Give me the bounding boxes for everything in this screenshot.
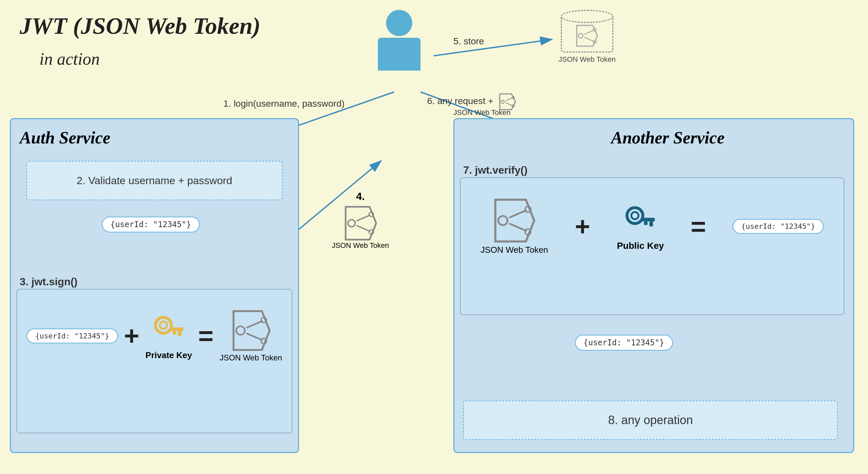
jwt-sign-box: {userId: "12345"} + Private Key = <box>17 289 292 433</box>
svg-rect-24 <box>169 327 183 331</box>
svg-line-19 <box>585 37 594 41</box>
jwt-tag-icon-1 <box>231 309 271 352</box>
step1-label: 1. login(username, password) <box>223 99 345 109</box>
svg-line-6 <box>434 39 552 56</box>
svg-line-29 <box>246 321 262 328</box>
main-subtitle: in action <box>39 49 99 69</box>
step4-jwt-label: JSON Web Token <box>332 241 389 250</box>
svg-rect-26 <box>173 331 176 335</box>
svg-point-17 <box>578 33 583 38</box>
user-id-oval-3: {userId: "12345"} <box>733 219 824 234</box>
svg-rect-47 <box>641 217 655 221</box>
public-key-label: Public Key <box>617 241 664 251</box>
jwt-verify-tag-icon <box>493 198 535 244</box>
auth-service-title: Auth Service <box>20 128 111 147</box>
svg-point-23 <box>160 321 167 329</box>
svg-line-41 <box>509 210 527 217</box>
svg-line-35 <box>356 215 370 221</box>
private-key-icon <box>151 311 187 348</box>
step4-label: 4. <box>356 191 365 203</box>
public-key-icon <box>622 202 658 238</box>
user-id-oval-2: {userId: "12345"} <box>27 329 118 343</box>
user-body <box>378 38 421 71</box>
database: JSON Web Token <box>559 10 616 64</box>
user-head <box>386 10 412 36</box>
svg-rect-48 <box>650 221 653 226</box>
svg-point-46 <box>631 212 639 219</box>
svg-point-22 <box>155 317 171 333</box>
svg-line-18 <box>585 30 594 34</box>
db-label: JSON Web Token <box>559 55 616 64</box>
cylinder-top <box>561 10 613 23</box>
private-key-label: Private Key <box>146 350 192 361</box>
jwt-verify-token-label: JSON Web Token <box>480 245 548 255</box>
svg-point-45 <box>627 207 643 223</box>
another-service-title: Another Service <box>611 128 724 147</box>
jwt-verify-box: JSON Web Token + Public Key = {userId: "… <box>460 177 844 315</box>
svg-rect-49 <box>644 221 648 225</box>
plus-sign-2: + <box>575 211 590 242</box>
equals-sign-2: = <box>690 211 706 242</box>
user-id-oval-1: {userId: "12345"} <box>102 217 200 232</box>
step8-box: 8. any operation <box>463 401 838 440</box>
main-title: JWT (JSON Web Token) <box>20 13 260 39</box>
jwt-verify-token-group: JSON Web Token <box>480 198 548 255</box>
validate-box: 2. Validate username + password <box>26 161 283 200</box>
svg-line-42 <box>509 224 527 231</box>
svg-line-36 <box>356 226 370 231</box>
svg-line-12 <box>506 98 513 101</box>
equals-sign-1: = <box>198 321 214 351</box>
step6-jwt-label: JSON Web Token <box>454 108 510 117</box>
public-key-group: Public Key <box>617 202 664 251</box>
plus-sign-1: + <box>124 321 139 351</box>
user-id-oval-4: {userId: "12345"} <box>575 335 673 350</box>
svg-point-11 <box>501 100 505 103</box>
step5-label: 5. store <box>454 36 484 46</box>
svg-point-40 <box>498 216 507 225</box>
user-figure <box>378 10 421 71</box>
svg-line-30 <box>246 333 262 340</box>
svg-line-13 <box>506 103 513 106</box>
step4-group: 4. JSON Web Token <box>332 191 389 250</box>
svg-point-28 <box>236 326 245 335</box>
private-key-group: Private Key <box>146 311 192 361</box>
step7-label: 7. jwt.verify() <box>463 164 528 176</box>
svg-point-34 <box>348 219 355 227</box>
jwt-result-label: JSON Web Token <box>220 353 282 362</box>
svg-rect-25 <box>178 331 181 336</box>
step3-label: 3. jwt.sign() <box>20 276 78 288</box>
svg-marker-16 <box>577 25 598 46</box>
jwt-result-group: JSON Web Token <box>220 309 282 362</box>
